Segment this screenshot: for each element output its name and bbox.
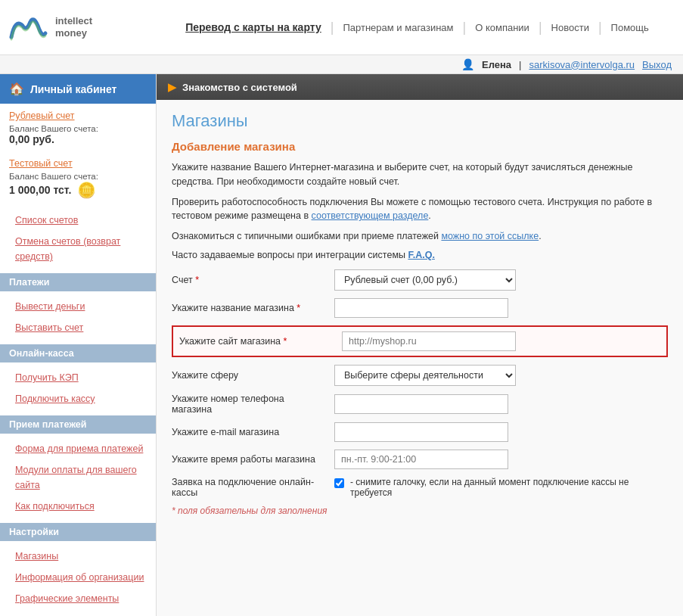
sphere-label: Укажите сферу <box>172 370 334 381</box>
header: intellect money Перевод с карты на карту… <box>0 0 683 55</box>
user-icon: 👤 <box>461 58 474 70</box>
info2-link[interactable]: соответствующем разделе <box>312 210 429 221</box>
sidebar-link-kep[interactable]: Получить КЭП <box>0 367 156 388</box>
main-content: ▶ Знакомство с системой Магазины Добавле… <box>157 74 683 616</box>
page-layout: 🏠 Личный кабинет Рублевый счет Баланс Ва… <box>0 74 683 616</box>
nav-sep4: | <box>598 20 602 36</box>
nav-news[interactable]: Новости <box>551 22 589 33</box>
faq-pre: Часто задаваемые вопросы при интеграции … <box>172 250 408 260</box>
info3-link[interactable]: можно по этой ссылке <box>441 231 539 241</box>
sphere-select[interactable]: Выберите сферы деятельности <box>334 365 516 386</box>
rub-account-balance: 0,00 руб. <box>9 133 147 145</box>
sidebar-link-howto[interactable]: Как подключиться <box>0 496 156 517</box>
sidebar-payments-links: Вывести деньги Выставить счет <box>0 291 156 343</box>
user-bar: 👤 Елена | sarkisova@intervolga.ru Выход <box>0 55 683 74</box>
shop-name-control <box>334 298 668 318</box>
sidebar-section-settings: Настройки <box>0 523 156 541</box>
logo-text: intellect money <box>55 15 92 39</box>
worktime-control <box>334 450 668 469</box>
faq-link[interactable]: F.A.Q. <box>408 250 434 260</box>
nav-help[interactable]: Помощь <box>611 22 649 33</box>
test-account-label: Баланс Вашего счета: <box>9 172 147 181</box>
breadcrumb-bar: ▶ Знакомство с системой <box>157 74 683 100</box>
breadcrumb-label: Знакомство с системой <box>182 82 297 93</box>
user-email[interactable]: sarkisova@intervolga.ru <box>529 59 635 70</box>
form-row-phone: Укажите номер телефона магазина <box>172 394 668 415</box>
phone-label: Укажите номер телефона магазина <box>172 394 334 415</box>
email-input[interactable] <box>334 422 508 442</box>
worktime-input[interactable] <box>334 450 508 469</box>
nav-links: Перевод с карты на карту | Партнерам и м… <box>159 20 675 36</box>
kassa-label: Заявка на подключение онлайн-кассы <box>172 477 334 498</box>
sidebar: 🏠 Личный кабинет Рублевый счет Баланс Ва… <box>0 74 157 616</box>
logo-icon <box>8 11 49 45</box>
kassa-checkbox[interactable] <box>334 478 344 488</box>
user-bar-sep: | <box>519 59 521 70</box>
email-label: Укажите e-mail магазина <box>172 427 334 437</box>
page-title: Магазины <box>172 111 668 131</box>
form-row-email: Укажите e-mail магазина <box>172 422 668 442</box>
sidebar-header: 🏠 Личный кабинет <box>0 74 156 104</box>
sidebar-link-invoice[interactable]: Выставить счет <box>0 317 156 338</box>
sidebar-link-connect-kassa[interactable]: Подключить кассу <box>0 388 156 409</box>
phone-control <box>334 394 668 414</box>
test-account-balance: 1 000,00 тст. <box>9 184 71 196</box>
shop-site-control <box>342 331 660 351</box>
rub-account-block: Рублевый счет Баланс Вашего счета: 0,00 … <box>0 104 156 151</box>
sidebar-link-withdraw[interactable]: Вывести деньги <box>0 296 156 317</box>
sidebar-settings-links: Магазины Информация об организации Графи… <box>0 541 156 614</box>
worktime-label: Укажите время работы магазина <box>172 454 334 465</box>
form-row-account: Счет * Рублевый счет (0,00 руб.) <box>172 269 668 291</box>
account-label: Счет * <box>172 275 334 285</box>
shop-name-input[interactable] <box>334 298 508 318</box>
nav-transfer[interactable]: Перевод с карты на карту <box>185 21 321 33</box>
sidebar-accounts-section: Список счетов Отмена счетов (возврат сре… <box>0 205 156 272</box>
sphere-control: Выберите сферы деятельности <box>334 365 668 386</box>
email-control <box>334 422 668 442</box>
kassa-note: - снимите галочку, если на данный момент… <box>350 477 668 498</box>
sidebar-link-shops[interactable]: Магазины <box>0 546 156 567</box>
form-row-shop-name: Укажите название магазина * <box>172 298 668 318</box>
sidebar-link-accounts[interactable]: Список счетов <box>0 210 156 231</box>
test-account-link[interactable]: Тестовый счет <box>9 156 147 171</box>
form-row-shop-site: Укажите сайт магазина * <box>172 325 668 357</box>
section-title: Добавление магазина <box>172 140 668 153</box>
home-icon: 🏠 <box>9 82 24 96</box>
sidebar-kassa-links: Получить КЭП Подключить кассу <box>0 362 156 414</box>
account-control: Рублевый счет (0,00 руб.) <box>334 269 668 291</box>
sidebar-section-accept: Прием платежей <box>0 415 156 434</box>
sidebar-section-kassa: Онлайн-касса <box>0 344 156 362</box>
nav-partners[interactable]: Партнерам и магазинам <box>343 22 453 33</box>
kassa-checkbox-area: - снимите галочку, если на данный момент… <box>334 477 668 498</box>
phone-input[interactable] <box>334 394 508 414</box>
sidebar-accept-links: Форма для приема платежей Модули оплаты … <box>0 434 156 521</box>
nav-about[interactable]: О компании <box>475 22 529 33</box>
kassa-control: - снимите галочку, если на данный момент… <box>334 477 668 498</box>
required-note: * поля обязательны для заполнения <box>172 506 668 516</box>
breadcrumb-arrow-icon: ▶ <box>168 81 176 93</box>
info-text-3: Ознакомиться с типичными ошибками при пр… <box>172 229 668 244</box>
rub-account-link[interactable]: Рублевый счет <box>9 108 147 123</box>
info2-post: . <box>428 210 430 221</box>
shop-site-input[interactable] <box>342 331 516 351</box>
sidebar-link-modules[interactable]: Модули оплаты для вашего сайта <box>0 459 156 496</box>
info-text-2: Проверить работоспособность подключения … <box>172 195 668 224</box>
user-name: Елена <box>482 59 511 70</box>
account-select[interactable]: Рублевый счет (0,00 руб.) <box>334 269 516 291</box>
logout-link[interactable]: Выход <box>642 59 672 70</box>
shop-site-label: Укажите сайт магазина * <box>179 336 342 347</box>
sidebar-link-cancel[interactable]: Отмена счетов (возврат средств) <box>0 231 156 267</box>
sidebar-link-org-info[interactable]: Информация об организации <box>0 567 156 588</box>
info3-pre: Ознакомиться с типичными ошибками при пр… <box>172 231 441 241</box>
nav-sep3: | <box>539 20 542 36</box>
sidebar-header-label: Личный кабинет <box>30 83 116 95</box>
form-row-kassa: Заявка на подключение онлайн-кассы - сни… <box>172 477 668 498</box>
sidebar-link-form[interactable]: Форма для приема платежей <box>0 438 156 459</box>
test-account-block: Тестовый счет Баланс Вашего счета: 1 000… <box>0 151 156 205</box>
info3-post: . <box>539 231 541 241</box>
sidebar-link-graphics[interactable]: Графические элементы <box>0 588 156 609</box>
nav-sep2: | <box>463 20 467 36</box>
form-row-worktime: Укажите время работы магазина <box>172 450 668 469</box>
rub-account-label: Баланс Вашего счета: <box>9 124 147 133</box>
faq-line: Часто задаваемые вопросы при интеграции … <box>172 250 668 260</box>
